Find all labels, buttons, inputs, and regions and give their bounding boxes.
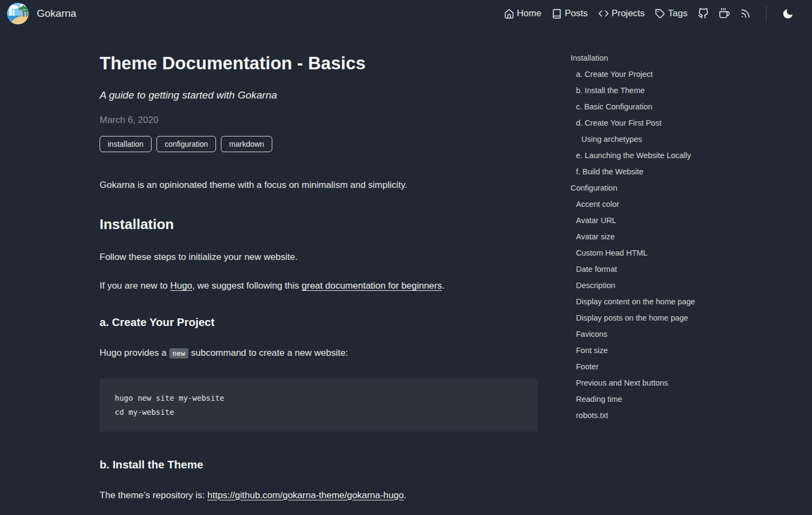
home-icon: [504, 9, 514, 19]
text-segment: If you are new to: [100, 281, 170, 291]
text-segment: , we suggest following this: [192, 281, 302, 291]
repository-link[interactable]: https://github.com/gokarna-theme/gokarna…: [207, 490, 404, 500]
repository-paragraph: The theme’s repository is: https://githu…: [100, 489, 538, 503]
toc-item: Display posts on the home page: [571, 310, 695, 326]
create-project-heading: a. Create Your Project: [100, 316, 538, 329]
text-segment: The theme’s repository is:: [100, 490, 207, 500]
toc-item: Favicons: [571, 326, 695, 342]
toc-item: Accent color: [571, 196, 695, 212]
toc-item: c. Basic Configuration: [571, 99, 695, 115]
toc-link-robots-txt[interactable]: robots.txt: [576, 411, 608, 420]
toc-item: f. Build the Website: [571, 164, 695, 180]
main-nav: Home Posts Projects Tags: [504, 6, 794, 22]
toc-link-font-size[interactable]: Font size: [576, 346, 608, 355]
toc-item: Configuration: [571, 180, 695, 196]
text-segment: .: [442, 281, 444, 291]
toc-item: Avatar size: [571, 229, 695, 245]
toc-item: robots.txt: [571, 407, 695, 423]
nav-link-home[interactable]: Home: [504, 8, 541, 19]
toc-link-date-format[interactable]: Date format: [576, 265, 617, 273]
nav-label-posts: Posts: [565, 8, 588, 19]
tag-icon: [655, 9, 665, 19]
toc-link-avatar-url[interactable]: Avatar URL: [576, 216, 617, 225]
page-body: Theme Documentation - Basics A guide to …: [0, 27, 812, 515]
hugo-provides-paragraph: Hugo provides a new subcommand to create…: [100, 347, 538, 360]
toc-link-accent-color[interactable]: Accent color: [576, 200, 619, 208]
toc-link-favicons[interactable]: Favicons: [576, 330, 607, 338]
toc-item: Custom Head HTML: [571, 245, 695, 261]
rss-icon: [740, 8, 751, 19]
github-link[interactable]: [698, 8, 709, 19]
code-line: cd my-website: [115, 405, 523, 419]
new-to-hugo-paragraph: If you are new to Hugo, we suggest follo…: [100, 279, 538, 293]
toc-link-basic-configuration[interactable]: c. Basic Configuration: [576, 102, 652, 111]
theme-toggle-button[interactable]: [782, 8, 794, 20]
book-icon: [552, 9, 562, 19]
toc-link-install-the-theme[interactable]: b. Install the Theme: [576, 86, 645, 95]
moon-icon: [782, 8, 794, 20]
intro-paragraph: Gokarna is an opinionated theme with a f…: [100, 179, 538, 192]
toc-item: e. Launching the Website Locally: [571, 147, 695, 164]
install-theme-heading: b. Install the Theme: [100, 458, 538, 471]
toc-link-custom-head-html[interactable]: Custom Head HTML: [576, 249, 647, 257]
tag-markdown[interactable]: markdown: [221, 136, 272, 152]
nav-label-projects: Projects: [612, 8, 645, 19]
site-title: Gokarna: [37, 8, 76, 19]
code-line: hugo new site my-website: [115, 391, 523, 405]
rss-link[interactable]: [740, 8, 751, 19]
nav-link-projects[interactable]: Projects: [598, 8, 645, 19]
toc-item: d. Create Your First Post: [571, 115, 695, 131]
toc-link-footer[interactable]: Footer: [576, 362, 599, 371]
toc-item: a. Create Your Project: [571, 66, 695, 82]
follow-steps-paragraph: Follow these steps to initialize your ne…: [100, 251, 538, 264]
nav-link-posts[interactable]: Posts: [552, 8, 588, 19]
coffee-icon: [719, 8, 730, 19]
toc-link-display-posts-home[interactable]: Display posts on the home page: [576, 314, 688, 322]
toc-link-description[interactable]: Description: [576, 281, 615, 290]
shell-code-block: hugo new site my-websitecd my-website: [100, 379, 538, 432]
tag-configuration[interactable]: configuration: [156, 136, 216, 152]
hugo-docs-link[interactable]: great documentation for beginners: [302, 281, 442, 291]
text-segment: subcommand to create a new website:: [188, 348, 348, 358]
text-segment: Hugo provides a: [100, 348, 169, 358]
code-icon: [598, 8, 609, 19]
text-segment: .: [404, 490, 407, 500]
nav-label-home: Home: [517, 8, 541, 19]
toc-item: Footer: [571, 358, 695, 375]
toc-item: Description: [571, 277, 695, 294]
coffee-link[interactable]: [719, 8, 730, 19]
installation-heading: Installation: [100, 216, 538, 233]
toc-link-avatar-size[interactable]: Avatar size: [576, 232, 614, 241]
toc-link-display-content-home[interactable]: Display content on the home page: [576, 297, 695, 306]
toc-item: Avatar URL: [571, 212, 695, 229]
toc-item: Using archetypes: [571, 131, 695, 147]
toc-item: b. Install the Theme: [571, 82, 695, 99]
toc-item: Font size: [571, 342, 695, 358]
toc-item: Date format: [571, 261, 695, 277]
toc-link-reading-time[interactable]: Reading time: [576, 395, 622, 403]
toc-link-build-the-website[interactable]: f. Build the Website: [576, 167, 644, 176]
article: Theme Documentation - Basics A guide to …: [100, 27, 538, 515]
tag-installation[interactable]: installation: [100, 136, 152, 152]
inline-code-new: new: [169, 348, 188, 358]
table-of-contents: Installation a. Create Your Project b. I…: [571, 27, 695, 423]
toc-link-previous-next-buttons[interactable]: Previous and Next buttons: [576, 379, 668, 387]
toc-item: Previous and Next buttons: [571, 375, 695, 391]
toc-link-installation[interactable]: Installation: [571, 54, 608, 62]
github-icon: [698, 8, 709, 19]
hugo-link[interactable]: Hugo: [170, 281, 192, 291]
toc-link-configuration[interactable]: Configuration: [571, 184, 617, 192]
nav-divider: [766, 6, 767, 22]
toc-link-create-your-project[interactable]: a. Create Your Project: [576, 70, 653, 79]
toc-item: Installation: [571, 50, 695, 66]
toc-link-launching-the-website-locally[interactable]: e. Launching the Website Locally: [576, 151, 691, 160]
toc-link-create-your-first-post[interactable]: d. Create Your First Post: [576, 119, 662, 127]
top-navbar: Gokarna Home Posts Projects: [0, 0, 812, 27]
site-avatar: [7, 3, 29, 24]
toc-link-using-archetypes[interactable]: Using archetypes: [581, 135, 642, 144]
article-subtitle: A guide to getting started with Gokarna: [100, 88, 538, 103]
publish-date: March 6, 2020: [100, 114, 538, 127]
brand-home-link[interactable]: Gokarna: [7, 3, 76, 24]
toc-list: Installation a. Create Your Project b. I…: [571, 50, 695, 423]
nav-link-tags[interactable]: Tags: [655, 8, 687, 19]
